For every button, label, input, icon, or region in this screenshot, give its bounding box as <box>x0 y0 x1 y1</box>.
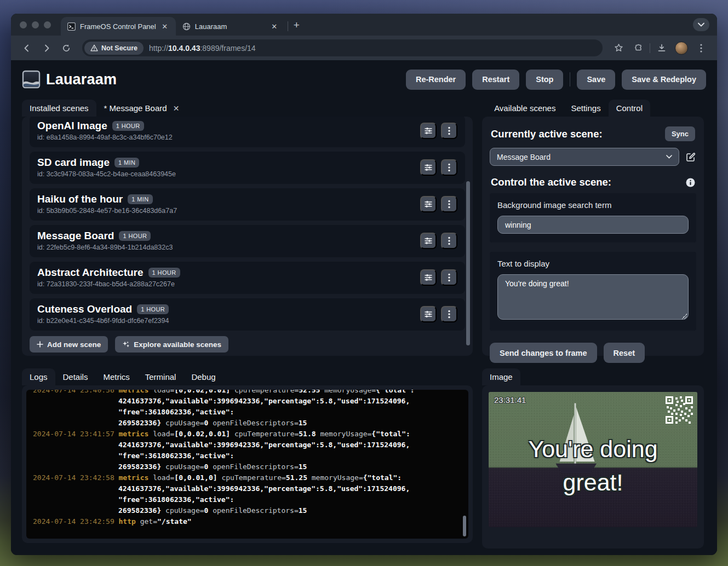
scene-card[interactable]: Abstract Architecture1 HOURid: 72a31830-… <box>30 262 465 294</box>
header-button-save-redeploy[interactable]: Save & Redeploy <box>622 70 706 90</box>
tab-metrics[interactable]: Metrics <box>95 368 137 385</box>
log-timestamp: 2024-07-14 23:42:59 <box>33 517 119 525</box>
scene-card[interactable]: Haiku of the hour1 MINid: 5b3b9b05-2848-… <box>30 188 465 221</box>
log-line-continuation: "free":3618062336,"active": <box>33 407 462 418</box>
scene-info: Message Board1 HOURid: 22feb5c9-8ef6-4a3… <box>37 230 420 251</box>
sync-button[interactable]: Sync <box>665 126 695 141</box>
scene-card[interactable]: Cuteness Overload1 HOURid: b22e0e41-c345… <box>30 298 465 331</box>
minimize-window-button[interactable] <box>32 21 39 28</box>
log-keyword: metrics <box>119 430 153 438</box>
scene-menu-button[interactable] <box>441 233 457 249</box>
send-changes-button[interactable]: Send changes to frame <box>490 343 597 363</box>
download-icon[interactable] <box>654 40 670 56</box>
tab-logs[interactable]: Logs <box>22 368 55 385</box>
log-text: memoryUsage= <box>320 390 376 394</box>
scene-id: id: 3c3c9478-083a-45c2-b4ae-ceaa8463945e <box>37 170 420 178</box>
tab-close-icon[interactable]: ✕ <box>172 104 181 113</box>
log-text: {"total": <box>371 430 410 438</box>
forward-button[interactable] <box>38 40 55 56</box>
log-text: {"total": <box>376 390 414 394</box>
log-line-continuation: 4241637376,"available":3996942336,"perce… <box>33 396 462 407</box>
header-button-re-render[interactable]: Re-Render <box>406 70 466 90</box>
reset-button[interactable]: Reset <box>604 343 645 363</box>
scene-settings-button[interactable] <box>420 306 437 322</box>
scene-menu-button[interactable] <box>441 306 457 322</box>
log-line-continuation: "free":3618062336,"active": <box>33 494 462 505</box>
header-button-save[interactable]: Save <box>577 70 615 90</box>
tab-settings[interactable]: Settings <box>563 100 608 117</box>
scene-actions <box>420 233 457 249</box>
edit-scene-icon[interactable] <box>685 152 696 163</box>
browser-menu-icon[interactable] <box>693 40 709 56</box>
scene-actions <box>420 123 457 139</box>
tab-title: FrameOS Control Panel <box>80 22 156 31</box>
scene-settings-button[interactable] <box>420 269 437 286</box>
terminal-favicon-icon <box>67 22 76 31</box>
tab-terminal[interactable]: Terminal <box>137 368 184 385</box>
tab--message-board[interactable]: * Message Board✕ <box>96 100 188 117</box>
scene-settings-button[interactable] <box>420 123 437 139</box>
log-text: 4241637376,"available":3996942336,"perce… <box>118 484 410 493</box>
tab-image[interactable]: Image <box>482 368 520 385</box>
tab-installed-scenes[interactable]: Installed scenes <box>22 100 96 117</box>
address-bar[interactable]: Not Secure http://10.4.0.43:8989/frames/… <box>82 39 603 56</box>
tab-debug[interactable]: Debug <box>184 368 223 385</box>
installed-scenes-panel: OpenAI Image1 HOURid: e8a1458a-8994-49af… <box>22 117 473 356</box>
reload-button[interactable] <box>58 40 74 56</box>
maximize-window-button[interactable] <box>44 21 51 28</box>
log-line-continuation: 4241637376,"available":3996942336,"perce… <box>33 483 462 494</box>
scene-card[interactable]: OpenAI Image1 HOURid: e8a1458a-8994-49af… <box>30 117 465 147</box>
scene-actions <box>420 269 457 286</box>
scene-card[interactable]: SD card image1 MINid: 3c3c9478-083a-45c2… <box>30 152 465 184</box>
scene-settings-button[interactable] <box>420 196 437 212</box>
bookmark-star-icon[interactable] <box>610 40 627 56</box>
scene-menu-button[interactable] <box>441 196 457 212</box>
tab-close-icon[interactable]: ✕ <box>160 22 169 31</box>
extensions-icon[interactable] <box>630 40 646 56</box>
new-tab-button[interactable]: + <box>290 19 305 36</box>
header-button-stop[interactable]: Stop <box>526 70 563 90</box>
scene-menu-button[interactable] <box>441 159 457 176</box>
scene-info: SD card image1 MINid: 3c3c9478-083a-45c2… <box>37 157 420 178</box>
scene-settings-button[interactable] <box>420 159 437 176</box>
scene-settings-button[interactable] <box>420 233 437 249</box>
scene-menu-button[interactable] <box>441 269 457 286</box>
tab-search-button[interactable] <box>693 18 709 31</box>
log-output[interactable]: 2024-07-14 23:40:56 metrics load=[0,0.02… <box>26 390 468 539</box>
scene-card[interactable]: Message Board1 HOURid: 22feb5c9-8ef6-4a3… <box>30 225 465 257</box>
add-new-scene-button[interactable]: Add new scene <box>30 336 108 353</box>
frame-preview-image: 23:31:41 You're doing great! <box>489 392 697 527</box>
not-secure-chip[interactable]: Not Secure <box>84 42 144 55</box>
text-to-display-textarea[interactable]: You're doing great! <box>497 274 689 320</box>
tab-close-icon[interactable]: ✕ <box>270 22 279 31</box>
url-text[interactable]: http://10.4.0.43:8989/frames/14 <box>149 44 256 53</box>
back-button[interactable] <box>19 40 35 56</box>
header-button-restart[interactable]: Restart <box>472 70 519 90</box>
close-window-button[interactable] <box>20 21 27 28</box>
info-icon[interactable] <box>686 178 695 187</box>
scene-menu-button[interactable] <box>441 123 457 139</box>
log-line: 2024-07-14 23:41:57 metrics load=[0,0.02… <box>33 429 462 440</box>
log-text: openFileDescriptors= <box>208 463 298 471</box>
log-text: 4241637376,"available":3996942336,"perce… <box>118 397 410 405</box>
browser-tab-strip: FrameOS Control Panel ✕ Lauaraam ✕ + <box>11 14 717 36</box>
active-scene-select[interactable]: Message Board <box>490 148 679 166</box>
browser-tab-frameos[interactable]: FrameOS Control Panel ✕ <box>61 17 176 36</box>
browser-tab-lauaraam[interactable]: Lauaraam ✕ <box>176 17 285 36</box>
background-search-input[interactable] <box>497 216 689 234</box>
profile-avatar[interactable] <box>673 40 690 56</box>
log-scrollbar[interactable] <box>463 516 466 536</box>
scene-interval-badge: 1 HOUR <box>148 268 180 278</box>
log-keyword: metrics <box>119 390 153 394</box>
log-text: cpuUsage= <box>161 419 204 427</box>
scene-title-row: Haiku of the hour1 MIN <box>37 193 420 205</box>
scene-list-scrollbar[interactable] <box>466 181 470 345</box>
scene-title-row: Message Board1 HOUR <box>37 230 420 242</box>
log-line-continuation: 4241637376,"available":3996942336,"perce… <box>33 440 462 451</box>
tab-available-scenes[interactable]: Available scenes <box>486 100 563 117</box>
tab-details[interactable]: Details <box>55 368 96 385</box>
explore-available-scenes-button[interactable]: Explore available scenes <box>115 336 228 353</box>
window-controls[interactable] <box>11 14 61 36</box>
tab-control[interactable]: Control <box>609 100 650 117</box>
log-text: load= <box>153 473 174 482</box>
